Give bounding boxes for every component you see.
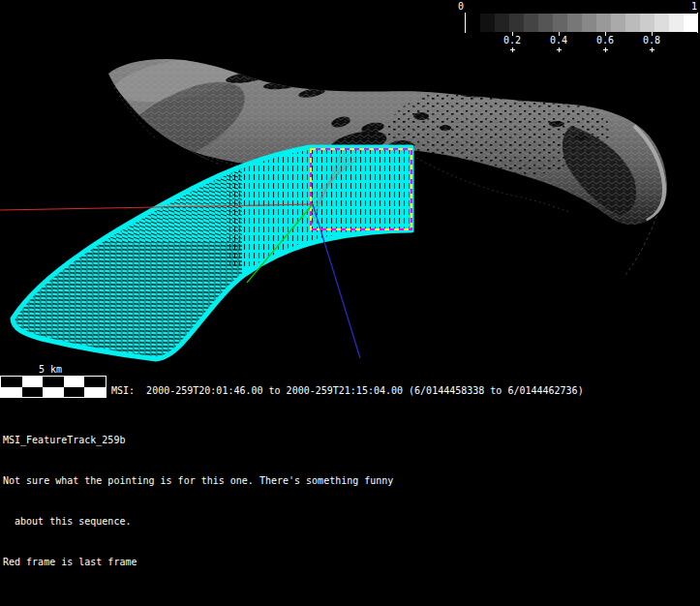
colorbar-step xyxy=(495,14,509,32)
scale-bar xyxy=(0,376,107,398)
colorbar: 0 1 0.20.40.60.8 xyxy=(466,13,698,71)
scale-bar-cell xyxy=(64,377,85,387)
sequence-title: MSI_FeatureTrack_259b xyxy=(3,434,393,447)
note-line-1: Not sure what the pointing is for this o… xyxy=(3,474,393,488)
scale-bar-cell xyxy=(22,387,44,398)
colorbar-step xyxy=(654,14,669,32)
scale-bar-cell xyxy=(22,377,44,387)
colorbar-minor-mark xyxy=(559,47,560,52)
colorbar-minor-mark xyxy=(605,47,606,52)
render-window: 0 1 0.20.40.60.8 5 km MSI: 2000-259T20:0… xyxy=(0,0,700,606)
status-line: MSI: 2000-259T20:01:46.00 to 2000-259T21… xyxy=(111,384,584,397)
colorbar-max-label: 1 xyxy=(691,1,697,12)
colorbar-step xyxy=(567,14,582,32)
colorbar-step xyxy=(596,14,611,32)
note-line-3: Red frame is last frame xyxy=(3,556,393,569)
colorbar-step xyxy=(538,14,553,32)
scale-bar-cell xyxy=(1,377,22,387)
colorbar-step xyxy=(640,14,654,32)
colorbar-step xyxy=(466,14,480,32)
colorbar-step xyxy=(625,14,640,32)
colorbar-tick-label: 0.8 xyxy=(641,35,662,45)
colorbar-step xyxy=(509,14,524,32)
scale-bar-cell xyxy=(1,387,22,398)
scale-bar-label: 5 km xyxy=(39,363,62,376)
colorbar-minor-mark xyxy=(652,47,653,52)
scale-bar-cell xyxy=(43,387,64,398)
colorbar-step xyxy=(611,14,625,32)
scale-bar-cell xyxy=(64,387,85,398)
colorbar-step xyxy=(669,14,684,32)
colorbar-step xyxy=(480,14,495,32)
scale-bar-cell xyxy=(84,387,106,398)
scale-bar-cell xyxy=(84,377,106,387)
colorbar-minor-mark xyxy=(512,47,513,52)
colorbar-step xyxy=(524,14,538,32)
colorbar-tick-label: 0.2 xyxy=(502,35,523,45)
colorbar-step xyxy=(582,14,596,32)
colorbar-step xyxy=(553,14,567,32)
annotation-block: MSI_FeatureTrack_259b Not sure what the … xyxy=(3,407,393,596)
colorbar-tick-label: 0.6 xyxy=(594,35,616,45)
image-footprint-swath xyxy=(0,136,416,368)
note-line-2: about this sequence. xyxy=(3,515,393,529)
colorbar-tick-label: 0.4 xyxy=(548,35,569,45)
scale-bar-cell xyxy=(43,377,64,387)
colorbar-steps xyxy=(466,14,698,32)
colorbar-min-label: 0 xyxy=(458,1,464,12)
colorbar-step xyxy=(684,14,698,32)
